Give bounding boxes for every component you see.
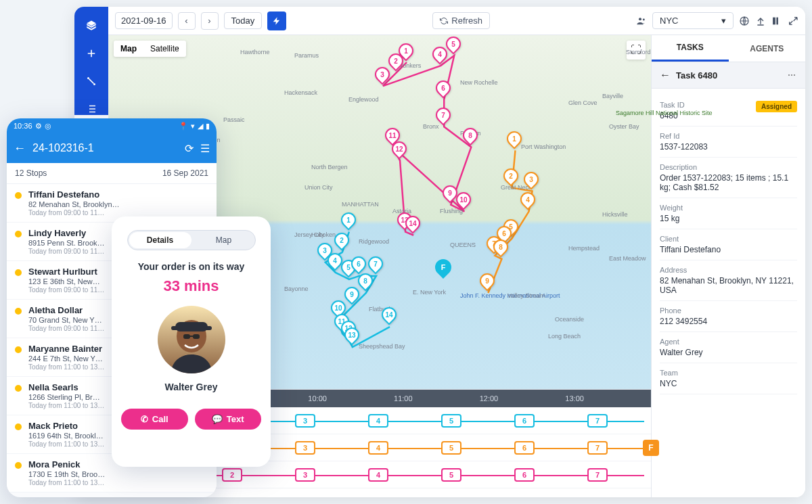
globe-icon[interactable]	[739, 16, 750, 26]
mobile-toolbar: ← 24-102316-1 ⟳ ☰	[7, 133, 217, 163]
map-marker[interactable]: 14	[382, 307, 397, 326]
columns-icon[interactable]	[771, 16, 782, 26]
map-marker[interactable]: 7	[436, 108, 451, 127]
timeline-stop[interactable]: 6	[514, 468, 535, 482]
map-marker[interactable]: 9	[344, 287, 359, 306]
today-button[interactable]: Today	[224, 12, 263, 29]
map-marker[interactable]: 9	[480, 273, 495, 292]
more-icon[interactable]: ⋯	[788, 70, 797, 80]
timeline-hour: 11:00	[394, 394, 480, 403]
timeline-stop[interactable]: 5	[441, 441, 461, 455]
map-marker[interactable]: 6	[436, 81, 451, 99]
upload-icon[interactable]	[755, 16, 766, 26]
client-link[interactable]: Tiffani Destefano	[660, 245, 797, 254]
map-marker[interactable]: 7	[368, 256, 383, 275]
stop-name: Mack Prieto	[28, 421, 104, 431]
call-button[interactable]: ✆Call	[121, 409, 188, 430]
map-marker[interactable]: 13	[344, 327, 359, 346]
timeline-stop[interactable]: 4	[368, 468, 388, 482]
map-marker[interactable]: 2	[503, 168, 518, 187]
map-marker[interactable]: 3	[524, 172, 539, 191]
map-marker[interactable]: 1	[507, 131, 522, 150]
timeline-stop[interactable]: 6	[514, 414, 535, 428]
timeline-stop[interactable]: 6	[514, 441, 535, 455]
refresh-button[interactable]: Refresh	[432, 12, 490, 29]
map-label: Paramus	[294, 52, 319, 59]
stop-window: Today from 11:00 to 13…	[28, 479, 105, 486]
tracking-tabs[interactable]: Details Map	[127, 230, 256, 250]
map-marker[interactable]: 8	[463, 128, 478, 147]
map-label: North Bergen	[311, 164, 348, 170]
map-marker[interactable]: 9	[443, 185, 457, 204]
map-marker[interactable]: 4	[520, 192, 535, 211]
svg-point-0	[87, 77, 89, 79]
map-marker[interactable]: 10	[456, 192, 471, 211]
gear-icon: ⚙	[35, 122, 42, 131]
timeline-stop[interactable]: 5	[441, 468, 461, 482]
tab-tasks[interactable]: TASKS	[652, 35, 729, 62]
list-icon[interactable]	[85, 102, 98, 115]
map-marker[interactable]: 4	[432, 47, 447, 66]
optimize-icon[interactable]	[267, 12, 286, 30]
tab-agents[interactable]: AGENTS	[729, 35, 806, 62]
svg-point-2	[639, 18, 641, 20]
text-button[interactable]: 💬Text	[195, 409, 262, 430]
back-icon[interactable]: ←	[660, 69, 671, 81]
map-marker[interactable]: 2	[388, 53, 403, 72]
chat-icon: 💬	[212, 414, 223, 424]
map-label: Bayonne	[284, 285, 309, 292]
timeline-stop[interactable]: 5	[441, 414, 461, 428]
map-marker[interactable]: 8	[358, 273, 373, 292]
map-marker[interactable]: 14	[405, 216, 420, 235]
timeline-stop[interactable]: 2	[222, 468, 242, 482]
route-icon[interactable]	[85, 74, 98, 87]
map-label: Hempstead	[568, 245, 600, 252]
timeline-stop[interactable]: 3	[295, 441, 315, 455]
map-marker[interactable]: 2	[334, 233, 349, 252]
sync-icon[interactable]: ⟳	[185, 142, 194, 155]
map-label: Englewood	[348, 96, 379, 103]
map-label: Valley Stream	[508, 292, 545, 299]
map-tab-satellite[interactable]: Satellite	[143, 41, 186, 57]
map-marker[interactable]: 3	[375, 67, 390, 86]
stop-address: 1266 Sterling Pl, Br…	[28, 393, 104, 401]
signal-icon: ◢	[198, 122, 203, 131]
collapse-icon[interactable]	[788, 16, 798, 26]
fullscreen-icon[interactable]: ⛶	[627, 41, 646, 60]
date-next-button[interactable]: ›	[201, 12, 219, 30]
date-picker[interactable]: 2021-09-16	[115, 12, 173, 29]
ref-id: 1537-122083	[660, 142, 797, 152]
svg-rect-11	[193, 334, 200, 339]
map-marker[interactable]: 5	[446, 37, 461, 55]
tab-details[interactable]: Details	[129, 232, 191, 248]
stop-name: Aletha Dollar	[28, 305, 104, 315]
add-icon[interactable]	[85, 47, 98, 60]
agent-avatar	[158, 306, 225, 373]
date-prev-button[interactable]: ‹	[178, 12, 196, 30]
timeline-stop[interactable]: 3	[295, 468, 315, 482]
map-type-toggle[interactable]: Map Satellite	[114, 41, 186, 57]
map-marker[interactable]: 12	[392, 141, 407, 160]
team-select[interactable]: NYC▾	[652, 12, 734, 29]
status-dot	[15, 423, 22, 430]
timeline-stop[interactable]: 3	[295, 414, 315, 428]
status-dot	[15, 346, 22, 353]
map-marker[interactable]: 1	[341, 212, 356, 231]
svg-rect-5	[773, 17, 775, 24]
stop-address: 8915 Penn St. Brook…	[28, 239, 105, 247]
back-icon[interactable]: ←	[14, 141, 26, 156]
map-marker[interactable]: 8	[493, 239, 508, 258]
layers-icon[interactable]	[85, 19, 98, 32]
timeline-stop[interactable]: 7	[587, 414, 608, 428]
timeline-stop[interactable]: 7	[587, 468, 608, 482]
timeline-stop[interactable]: 4	[368, 414, 388, 428]
map-tab-map[interactable]: Map	[114, 41, 143, 57]
map-marker[interactable]: 4	[328, 253, 342, 272]
tab-map[interactable]: Map	[193, 231, 255, 250]
stop-name: Maryanne Bainter	[28, 344, 104, 354]
description: Order 1537-122083; 15 items ; 15.1 kg; C…	[660, 173, 797, 192]
timeline-stop[interactable]: 4	[368, 441, 388, 455]
filter-icon[interactable]: ☰	[200, 142, 210, 155]
agents-icon[interactable]	[636, 16, 647, 26]
timeline-stop[interactable]: 7	[587, 441, 608, 455]
